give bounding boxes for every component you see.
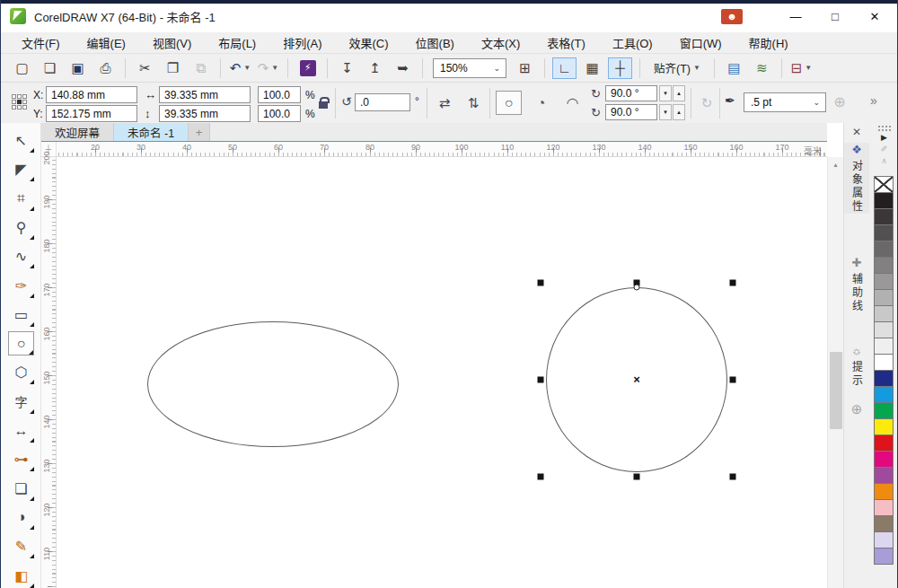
color-swatch-40-black[interactable] (874, 289, 894, 306)
flyout-triangle-icon[interactable] (30, 148, 34, 153)
object-width-field[interactable] (159, 86, 251, 103)
vertical-ruler[interactable]: 200190180170160150140130120110 (41, 157, 57, 588)
menu-item-布局(L)[interactable]: 布局(L) (205, 31, 269, 54)
paste-button[interactable]: ⧉ (189, 57, 213, 79)
save-button[interactable]: ▣ (66, 57, 90, 79)
end-angle-field[interactable] (605, 104, 657, 120)
cut-button[interactable]: ✂ (133, 57, 157, 79)
flyout-triangle-icon[interactable] (30, 467, 34, 471)
object-height-field[interactable] (159, 105, 251, 122)
color-swatch-purple[interactable] (874, 467, 894, 484)
menu-item-帮助(H)[interactable]: 帮助(H) (735, 31, 802, 54)
color-swatch-brown[interactable] (874, 515, 894, 532)
scrollbar-thumb[interactable] (830, 352, 842, 429)
tab-untitled-1[interactable]: 未命名 -1 (114, 123, 189, 141)
pick-tool[interactable]: ↖ (8, 128, 34, 153)
color-swatch-orange[interactable] (874, 483, 894, 500)
snap-to-button[interactable]: 贴齐(T)▼ (647, 57, 707, 79)
flyout-triangle-icon[interactable] (30, 438, 34, 443)
ellipse-shape[interactable] (147, 321, 399, 447)
menu-item-文本(X)[interactable]: 文本(X) (468, 31, 533, 54)
flyout-triangle-icon[interactable] (30, 264, 34, 268)
chevron-down-icon[interactable]: ⌄ (807, 98, 825, 107)
flyout-triangle-icon[interactable] (30, 496, 34, 501)
docker-tab-object-properties[interactable]: ❖对象属性 (844, 143, 869, 214)
color-swatch-lavender[interactable] (874, 548, 894, 565)
color-swatch-50-black[interactable] (874, 273, 894, 290)
crop-tool[interactable]: ⌗ (8, 187, 34, 211)
menu-item-效果(C)[interactable]: 效果(C) (336, 31, 402, 54)
color-swatch-black[interactable] (874, 192, 894, 209)
rectangle-tool[interactable]: ▭ (8, 303, 34, 327)
color-swatch-80-black[interactable] (874, 224, 894, 241)
palette-flyout-arrow-icon[interactable]: ▶ (869, 131, 898, 143)
flyout-triangle-icon[interactable] (30, 554, 34, 558)
color-swatch-white[interactable] (874, 354, 894, 371)
selection-handle[interactable] (538, 377, 544, 383)
freehand-tool[interactable]: ∿ (8, 244, 34, 268)
selection-handle[interactable] (538, 280, 544, 286)
color-swatch-yellow[interactable] (874, 418, 894, 435)
color-swatch-no-color[interactable] (874, 176, 894, 193)
color-swatch-cyan-blue[interactable] (874, 386, 894, 403)
redo-button[interactable]: ↷▼ (256, 57, 280, 79)
pie-mode-button[interactable]: ◔ (528, 91, 554, 115)
artistic-media-tool[interactable]: ✑ (8, 274, 34, 298)
selection-handle[interactable] (634, 474, 640, 480)
color-swatch-20-black[interactable] (874, 321, 894, 338)
scroll-up-arrow-icon[interactable]: ▴ (828, 157, 843, 171)
parallel-dimension-tool[interactable]: ↔ (8, 418, 34, 443)
ellipse-tool[interactable]: ○ (8, 331, 34, 355)
scale-horizontal-field[interactable] (258, 86, 301, 103)
change-direction-button[interactable]: ↻ (696, 92, 718, 113)
start-angle-spin-up[interactable]: ▴ (673, 85, 685, 101)
drop-shadow-tool[interactable]: ❏ (8, 477, 34, 501)
end-angle-spin-down[interactable]: ▾ (659, 104, 672, 120)
color-swatch-70-black[interactable] (874, 241, 894, 258)
docker-tab-guidelines[interactable]: ✚辅助线 (844, 256, 869, 313)
flyout-triangle-icon[interactable] (30, 380, 34, 384)
color-swatch-60-black[interactable] (874, 257, 894, 274)
mirror-vertical-button[interactable]: ⇅ (462, 92, 484, 113)
polygon-tool[interactable]: ⬡ (8, 360, 34, 384)
menu-item-文件(F)[interactable]: 文件(F) (8, 31, 74, 54)
text-tool[interactable]: 字 (8, 390, 34, 414)
object-center-mark[interactable]: × (633, 373, 640, 386)
menu-item-表格(T)[interactable]: 表格(T) (533, 31, 599, 54)
palette-eyedropper-icon[interactable]: ✐ (869, 143, 898, 154)
menu-item-工具(O)[interactable]: 工具(O) (599, 31, 666, 54)
corel-connect-button[interactable]: ⚡ (295, 57, 320, 79)
interactive-fill-tool[interactable]: ◧ (8, 564, 34, 588)
flyout-triangle-icon[interactable] (30, 525, 34, 530)
options-button[interactable]: ▤ (722, 57, 746, 79)
show-grid-button[interactable]: ▦ (580, 57, 604, 79)
color-swatch-pink[interactable] (874, 499, 894, 516)
color-swatch-pale-lavender[interactable] (874, 531, 894, 549)
import-button[interactable]: ↧ (335, 57, 359, 79)
copy-button[interactable]: ❐ (161, 57, 185, 79)
transparency-tool[interactable]: ◑ (8, 505, 34, 530)
ellipse-node[interactable] (634, 285, 640, 291)
zoom-tool[interactable]: ⚲ (8, 215, 34, 240)
app-launcher-button[interactable]: ⊟▼ (789, 57, 814, 79)
color-eyedropper-tool[interactable]: ✎ (8, 534, 34, 558)
horizontal-ruler[interactable]: 毫米 2030405060708090100110120130140150160… (57, 142, 827, 157)
start-angle-field[interactable] (605, 85, 657, 101)
fullscreen-preview-button[interactable]: ⊞ (513, 57, 537, 79)
menu-item-位图(B)[interactable]: 位图(B) (402, 31, 468, 54)
docker-tab-hints[interactable]: ☼提示 (844, 344, 869, 388)
x-position-field[interactable] (46, 86, 137, 103)
flyout-triangle-icon[interactable] (30, 322, 34, 327)
menu-item-编辑(E)[interactable]: 编辑(E) (74, 31, 139, 54)
palette-grip-icon[interactable] (877, 125, 892, 131)
flyout-triangle-icon[interactable] (30, 235, 34, 240)
menu-item-视图(V)[interactable]: 视图(V) (139, 31, 205, 54)
minimize-button[interactable]: — (782, 10, 809, 23)
color-swatch-30-black[interactable] (874, 305, 894, 322)
tab-welcome-screen[interactable]: 欢迎屏幕 (41, 123, 114, 141)
export-button[interactable]: ↥ (363, 57, 387, 79)
quick-customize-docker-button[interactable]: ⊕ (844, 401, 869, 417)
y-position-field[interactable] (46, 105, 137, 122)
undo-button[interactable]: ↶▼ (228, 57, 252, 79)
scale-vertical-field[interactable] (258, 105, 301, 122)
